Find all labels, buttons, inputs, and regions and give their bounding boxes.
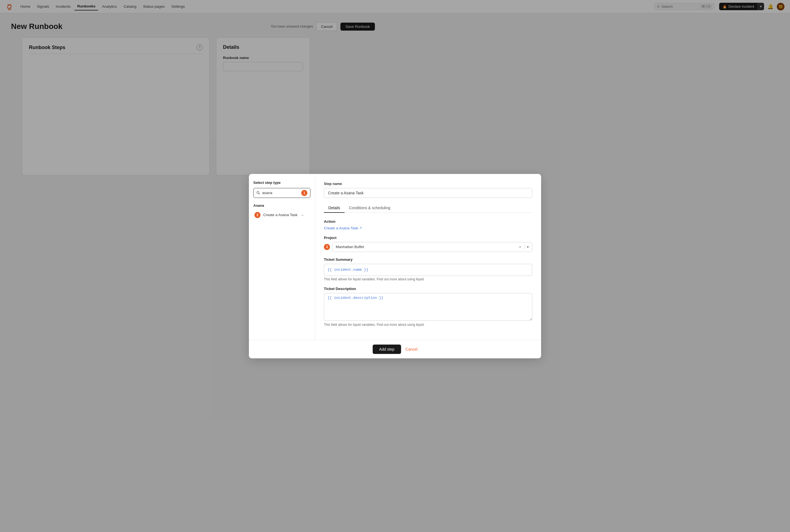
- sidebar-search-icon: [256, 191, 260, 195]
- ticket-description-help: This field allows for liquid variables. …: [324, 323, 532, 327]
- modal-cancel-button[interactable]: Cancel: [405, 347, 418, 352]
- svg-line-5: [259, 193, 260, 195]
- step-search-input[interactable]: [262, 191, 299, 195]
- modal-overlay: Select step type 1 Asana 2 Create a Asan…: [0, 0, 790, 532]
- sidebar-group-asana: Asana: [253, 204, 310, 208]
- step-item-badge: 2: [254, 212, 261, 218]
- modal-body: Select step type 1 Asana 2 Create a Asan…: [249, 174, 541, 340]
- modal-footer: Add step Cancel: [249, 340, 541, 358]
- sidebar-item-label: Create a Asana Task: [263, 213, 297, 217]
- project-badge: 3: [324, 244, 330, 250]
- ticket-summary-label: Ticket Summary: [324, 258, 532, 262]
- select-divider: [524, 245, 525, 249]
- project-section: Project 3 Manhattan Buffet × ▾: [324, 236, 532, 252]
- modal-tabs: Details Conditions & scheduling: [324, 204, 532, 213]
- project-clear-button[interactable]: ×: [518, 245, 522, 249]
- sidebar-item-arrow: →: [300, 213, 304, 217]
- action-section: Action Create a Asana Task ↗: [324, 220, 532, 230]
- tab-details[interactable]: Details: [324, 204, 345, 213]
- step-name-input[interactable]: [324, 188, 532, 198]
- action-link-text: Create a Asana Task: [324, 226, 358, 230]
- sidebar-label: Select step type: [253, 180, 310, 185]
- action-link[interactable]: Create a Asana Task ↗: [324, 226, 362, 230]
- project-select[interactable]: Manhattan Buffet × ▾: [332, 242, 532, 252]
- step-name-label: Step name: [324, 182, 532, 186]
- ticket-summary-section: Ticket Summary This field allows for liq…: [324, 258, 532, 281]
- external-link-icon: ↗: [359, 226, 362, 230]
- project-label: Project: [324, 236, 532, 240]
- step-search-box[interactable]: 1: [253, 188, 310, 198]
- tab-conditions-scheduling[interactable]: Conditions & scheduling: [345, 204, 395, 213]
- ticket-summary-input[interactable]: [324, 264, 532, 276]
- project-value: Manhattan Buffet: [336, 245, 516, 249]
- ticket-description-label: Ticket Description: [324, 287, 532, 291]
- step-count-badge: 1: [301, 190, 307, 196]
- sidebar-item-create-asana-task[interactable]: 2 Create a Asana Task →: [253, 210, 310, 220]
- modal-main-content: Step name Details Conditions & schedulin…: [315, 174, 541, 340]
- ticket-summary-help: This field allows for liquid variables. …: [324, 277, 532, 281]
- project-dropdown-arrow[interactable]: ▾: [527, 245, 529, 249]
- step-type-sidebar: Select step type 1 Asana 2 Create a Asan…: [249, 174, 315, 340]
- ticket-description-section: Ticket Description {{ incident.descripti…: [324, 287, 532, 327]
- ticket-description-textarea[interactable]: {{ incident.description }}: [324, 293, 532, 321]
- add-step-modal: Select step type 1 Asana 2 Create a Asan…: [249, 174, 541, 358]
- add-step-button[interactable]: Add step: [373, 345, 401, 354]
- action-label: Action: [324, 220, 532, 224]
